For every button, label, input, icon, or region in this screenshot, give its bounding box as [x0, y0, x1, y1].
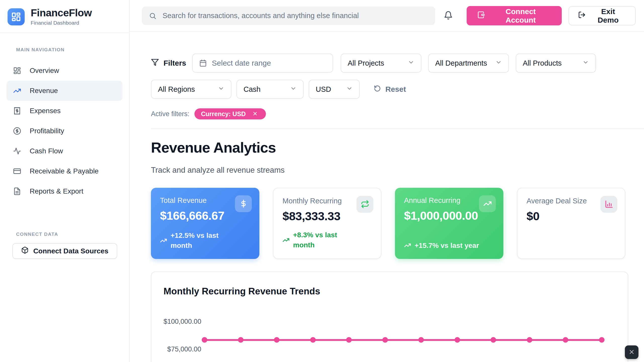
metric-change-text: +8.3% vs last month: [293, 230, 348, 250]
chevron-down-icon: [290, 85, 297, 94]
search-icon: [149, 12, 156, 20]
file-text-icon: [13, 187, 22, 196]
bar-chart-icon: [600, 196, 617, 213]
chevron-down-icon: [408, 59, 414, 67]
sidebar-item-profitability[interactable]: Profitability: [7, 121, 123, 141]
active-filter-chip-label: Currency: USD: [201, 110, 246, 118]
active-filters-label: Active filters:: [151, 110, 189, 118]
metric-label: Total Revenue: [160, 196, 235, 205]
box-icon: [21, 246, 29, 256]
sidebar-item-reports-export[interactable]: Reports & Export: [7, 181, 123, 201]
dropdown-value: All Projects: [348, 59, 384, 67]
remove-filter-button[interactable]: [251, 111, 259, 117]
reset-filters-button[interactable]: Reset: [372, 85, 408, 94]
dropdown-value: All Products: [523, 59, 562, 67]
connect-data-sources-button[interactable]: Connect Data Sources: [12, 243, 117, 259]
sidebar-item-cash-flow[interactable]: Cash Flow: [7, 141, 123, 161]
metric-card-total-revenue: Total Revenue$166,666.67+12.5% vs last m…: [151, 188, 259, 259]
floating-close-button[interactable]: [625, 345, 638, 359]
search-bar: [142, 7, 435, 25]
sidebar-item-expenses[interactable]: Expenses: [7, 101, 123, 121]
filters-row-1: Filters Select date range All ProjectsAl…: [151, 54, 637, 73]
chart-data-point: [599, 337, 605, 343]
sidebar-item-label: Overview: [30, 67, 59, 75]
chart-line-series: [205, 339, 602, 341]
bell-icon: [444, 11, 453, 21]
sidebar-item-label: Reports & Export: [30, 187, 83, 195]
connect-section-label: CONNECT DATA: [16, 232, 129, 237]
chart-data-point: [563, 337, 568, 343]
notifications-button[interactable]: [441, 8, 456, 24]
chevron-down-icon: [346, 85, 353, 94]
page-subtitle: Track and analyze all revenue streams: [151, 166, 637, 175]
connect-account-button[interactable]: Connect Account: [467, 6, 562, 25]
page-title: Revenue Analytics: [151, 139, 637, 156]
sidebar-item-overview[interactable]: Overview: [7, 61, 123, 81]
exit-demo-button[interactable]: Exit Demo: [569, 6, 636, 25]
metric-change: +15.7% vs last year: [404, 241, 479, 250]
chevron-down-icon: [495, 59, 502, 67]
metric-label: Annual Recurring: [404, 196, 479, 205]
funnel-icon: [151, 58, 159, 68]
date-range-input[interactable]: Select date range: [192, 54, 333, 73]
sidebar-item-label: Expenses: [30, 107, 61, 115]
metric-change-text: +15.7% vs last year: [415, 241, 479, 250]
filters-title-label: Filters: [164, 59, 186, 67]
metric-card-annual-recurring: Annual Recurring$1,000,000.00+15.7% vs l…: [395, 188, 503, 259]
dropdown-cash[interactable]: Cash: [236, 80, 304, 99]
log-out-icon: [578, 11, 586, 20]
trending-up-icon: [13, 86, 22, 95]
circle-dollar-icon: [13, 126, 22, 135]
topbar: Connect Account Exit Demo: [130, 0, 644, 32]
dropdown-all-products[interactable]: All Products: [516, 54, 596, 73]
metric-change: +8.3% vs last month: [283, 230, 348, 250]
app-root: FinanceFlow Financial Dashboard MAIN NAV…: [0, 0, 644, 362]
y-axis-tick-label: $100,000.00: [164, 318, 201, 325]
metric-card-monthly-recurring: Monthly Recurring$83,333.33+8.3% vs last…: [273, 188, 381, 259]
app-title: FinanceFlow: [31, 8, 92, 18]
metric-label: Monthly Recurring: [283, 197, 358, 205]
metric-label: Average Deal Size: [527, 197, 602, 205]
nav-list: OverviewRevenueExpensesProfitabilityCash…: [0, 58, 129, 201]
repeat-icon: [356, 196, 373, 213]
metric-card-average-deal-size: Average Deal Size$0: [517, 188, 625, 259]
dropdown-usd[interactable]: USD: [309, 80, 360, 99]
search-input[interactable]: [162, 11, 428, 20]
chart-data-point: [418, 337, 424, 343]
section-divider: [151, 128, 644, 129]
active-filters-row: Active filters: Currency: USD: [151, 108, 637, 119]
dropdowns-row-1: All ProjectsAll DepartmentsAll Products: [341, 54, 596, 73]
dropdown-all-projects[interactable]: All Projects: [341, 54, 421, 73]
sidebar-item-receivable-payable[interactable]: Receivable & Payable: [7, 161, 123, 181]
trending-up-icon: [404, 242, 411, 249]
metric-cards: Total Revenue$166,666.67+12.5% vs last m…: [151, 188, 637, 259]
activity-icon: [13, 147, 22, 156]
wallet-icon: [477, 11, 485, 21]
chart-data-point: [310, 337, 316, 343]
sidebar-item-label: Profitability: [30, 127, 64, 135]
chart-data-point: [382, 337, 388, 343]
trending-up-icon: [479, 195, 496, 212]
dropdown-value: Cash: [244, 85, 261, 94]
app-subtitle: Financial Dashboard: [31, 20, 92, 26]
close-icon: [252, 111, 258, 117]
trending-up-icon: [283, 237, 290, 244]
dropdown-value: All Regions: [158, 85, 195, 94]
dropdown-all-departments[interactable]: All Departments: [428, 54, 509, 73]
sidebar-item-label: Receivable & Payable: [30, 167, 99, 175]
trending-up-icon: [160, 237, 167, 244]
reset-label: Reset: [385, 85, 406, 94]
dropdown-all-regions[interactable]: All Regions: [151, 80, 231, 99]
sidebar: FinanceFlow Financial Dashboard MAIN NAV…: [0, 0, 130, 362]
brand-text: FinanceFlow Financial Dashboard: [31, 8, 92, 26]
close-icon: [628, 349, 635, 356]
app-logo-icon: [8, 8, 25, 25]
chart-title: Monthly Recurring Revenue Trends: [164, 286, 320, 297]
metric-change-text: +12.5% vs last month: [171, 231, 235, 250]
filters-row-2: All RegionsCashUSD Reset: [151, 80, 637, 99]
chevron-down-icon: [582, 59, 589, 67]
sidebar-item-revenue[interactable]: Revenue: [7, 81, 123, 101]
chart-data-point: [455, 337, 460, 343]
nav-section-label: MAIN NAVIGATION: [16, 47, 129, 53]
main-content: Filters Select date range All ProjectsAl…: [130, 32, 644, 362]
